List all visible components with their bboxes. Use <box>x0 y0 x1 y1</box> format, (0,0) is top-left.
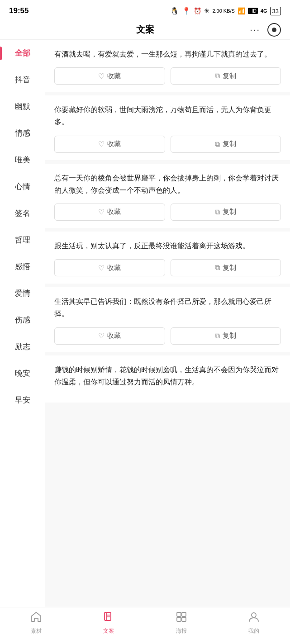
copy-icon-1: ⧉ <box>215 72 220 80</box>
copy-button-3[interactable]: ⧉ 复制 <box>171 204 281 221</box>
svg-rect-1 <box>106 612 111 620</box>
collect-button-1[interactable]: ♡ 收藏 <box>54 67 165 85</box>
sidebar-item-all[interactable]: 全部 <box>0 40 45 66</box>
svg-rect-4 <box>177 612 181 616</box>
heart-icon-2: ♡ <box>98 140 105 148</box>
sidebar-item-aesthetic[interactable]: 唯美 <box>0 147 45 173</box>
sidebar-item-emotion[interactable]: 情感 <box>0 120 45 147</box>
hd-badge: HD <box>248 8 258 14</box>
header: 文案 ··· <box>0 20 290 40</box>
status-time: 19:55 <box>9 6 29 15</box>
nav-item-material[interactable]: 素材 <box>0 607 72 639</box>
copy-icon-4: ⧉ <box>215 264 220 272</box>
heart-icon-5: ♡ <box>98 331 105 340</box>
quote-card-6: 赚钱的时候别矫情，花钱的时候别磨叽，生活真的不会因为你哭泣而对你温柔，但你可以通… <box>45 355 290 406</box>
copy-icon-3: ⧉ <box>215 208 220 216</box>
network-speed: 2.00 KB/S <box>212 8 235 14</box>
svg-rect-7 <box>182 617 186 621</box>
sidebar-item-philosophy[interactable]: 哲理 <box>0 227 45 253</box>
quote-actions-1: ♡ 收藏 ⧉ 复制 <box>54 67 281 85</box>
heart-icon-4: ♡ <box>98 264 105 272</box>
quote-actions-5: ♡ 收藏 ⧉ 复制 <box>54 327 281 345</box>
status-icons: 🐧 📍 ⏰ ✳ 2.00 KB/S 📶 HD 4G 33 <box>170 7 281 15</box>
copy-icon-2: ⧉ <box>215 140 220 148</box>
bottom-nav: 素材 文案 海报 <box>0 607 290 639</box>
battery-indicator: 33 <box>270 7 281 15</box>
quote-card-4: 跟生活玩，别太认真了，反正最终没谁能活着离开这场游戏。 ♡ 收藏 ⧉ 复制 <box>45 232 290 287</box>
sidebar-item-love[interactable]: 爱情 <box>0 280 45 307</box>
quote-text-1: 有酒就去喝，有爱就去爱，一生那么短，再拘谨几下就真的过去了。 <box>54 48 281 60</box>
quote-actions-4: ♡ 收藏 ⧉ 复制 <box>54 259 281 276</box>
sidebar-item-humor[interactable]: 幽默 <box>0 93 45 120</box>
quote-card-3: 总有一天你的棱角会被世界磨平，你会拔掉身上的刺，你会学着对讨厌的人微笑，你会变成… <box>45 164 290 232</box>
book-icon <box>103 611 114 625</box>
heart-icon-1: ♡ <box>98 72 105 80</box>
sidebar: 全部 抖音 幽默 情感 唯美 心情 签名 哲理 感悟 爱情 伤感 <box>0 40 45 607</box>
quote-card-5: 生活其实早已告诉我们：既然没有条件择己所爱，那么就用心爱己所择。 ♡ 收藏 ⧉ … <box>45 287 290 355</box>
page-title: 文案 <box>136 24 154 36</box>
sidebar-item-goodmorning[interactable]: 早安 <box>0 387 45 413</box>
nav-item-copywriting[interactable]: 文案 <box>72 607 145 639</box>
copy-button-4[interactable]: ⧉ 复制 <box>171 259 281 276</box>
quote-text-4: 跟生活玩，别太认真了，反正最终没谁能活着离开这场游戏。 <box>54 240 281 252</box>
sidebar-item-goodnight[interactable]: 晚安 <box>0 360 45 387</box>
sidebar-item-signature[interactable]: 签名 <box>0 200 45 227</box>
nav-label-poster: 海报 <box>176 627 187 635</box>
alarm-icon: ⏰ <box>194 7 201 14</box>
sidebar-item-motivation[interactable]: 励志 <box>0 333 45 360</box>
collect-button-4[interactable]: ♡ 收藏 <box>54 259 165 276</box>
copy-icon-5: ⧉ <box>215 332 220 340</box>
nav-item-mine[interactable]: 我的 <box>218 607 290 639</box>
wifi-icon: 📶 <box>238 7 245 14</box>
quote-actions-2: ♡ 收藏 ⧉ 复制 <box>54 136 281 153</box>
copy-button-1[interactable]: ⧉ 复制 <box>171 67 281 85</box>
battery-level: 33 <box>272 8 279 14</box>
content-area: 有酒就去喝，有爱就去爱，一生那么短，再拘谨几下就真的过去了。 ♡ 收藏 ⧉ 复制… <box>45 40 290 607</box>
sidebar-item-sad[interactable]: 伤感 <box>0 307 45 333</box>
quote-card-1: 有酒就去喝，有爱就去爱，一生那么短，再拘谨几下就真的过去了。 ♡ 收藏 ⧉ 复制 <box>45 40 290 95</box>
svg-rect-0 <box>105 612 111 620</box>
quote-text-3: 总有一天你的棱角会被世界磨平，你会拔掉身上的刺，你会学着对讨厌的人微笑，你会变成… <box>54 172 281 196</box>
quote-text-5: 生活其实早已告诉我们：既然没有条件择己所爱，那么就用心爱己所择。 <box>54 295 281 320</box>
quote-text-6: 赚钱的时候别矫情，花钱的时候别磨叽，生活真的不会因为你哭泣而对你温柔，但你可以通… <box>54 364 281 388</box>
nav-label-copywriting: 文案 <box>103 627 114 635</box>
user-icon <box>248 611 260 625</box>
sidebar-item-douyin[interactable]: 抖音 <box>0 66 45 93</box>
main-layout: 全部 抖音 幽默 情感 唯美 心情 签名 哲理 感悟 爱情 伤感 <box>0 40 290 607</box>
collect-button-3[interactable]: ♡ 收藏 <box>54 204 165 221</box>
svg-rect-6 <box>177 617 181 621</box>
more-button[interactable]: ··· <box>250 24 260 35</box>
header-actions: ··· <box>250 23 281 37</box>
location-icon: 📍 <box>182 7 191 15</box>
bluetooth-icon: ✳ <box>204 7 209 14</box>
svg-point-8 <box>252 613 256 617</box>
status-bar: 19:55 🐧 📍 ⏰ ✳ 2.00 KB/S 📶 HD 4G 33 <box>0 0 290 20</box>
svg-rect-5 <box>182 612 186 616</box>
home-icon <box>30 611 42 625</box>
quote-actions-3: ♡ 收藏 ⧉ 复制 <box>54 204 281 221</box>
grid-icon <box>176 611 187 625</box>
sidebar-item-insight[interactable]: 感悟 <box>0 253 45 280</box>
nav-item-poster[interactable]: 海报 <box>145 607 218 639</box>
heart-icon-3: ♡ <box>98 208 105 216</box>
collect-button-2[interactable]: ♡ 收藏 <box>54 136 165 153</box>
nav-label-material: 素材 <box>31 627 42 635</box>
sidebar-item-mood[interactable]: 心情 <box>0 173 45 200</box>
copy-button-5[interactable]: ⧉ 复制 <box>171 327 281 345</box>
record-button[interactable] <box>267 23 281 37</box>
copy-button-2[interactable]: ⧉ 复制 <box>171 136 281 153</box>
collect-button-5[interactable]: ♡ 收藏 <box>54 327 165 345</box>
quote-text-2: 你要藏好你的软弱，世间大雨滂沱，万物苟且而活，无人为你背负更多。 <box>54 104 281 128</box>
quote-card-2: 你要藏好你的软弱，世间大雨滂沱，万物苟且而活，无人为你背负更多。 ♡ 收藏 ⧉ … <box>45 95 290 163</box>
nav-label-mine: 我的 <box>248 627 259 635</box>
4g-badge: 4G <box>261 8 267 14</box>
wechat-icon: 🐧 <box>170 7 179 15</box>
